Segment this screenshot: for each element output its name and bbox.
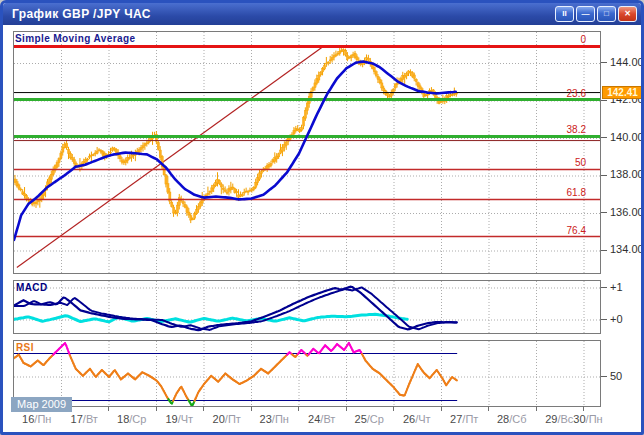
macd-tick-+1-tick bbox=[601, 287, 607, 288]
date-label-24: 24/Вт bbox=[308, 413, 335, 425]
day-number: 28 bbox=[497, 413, 509, 425]
window-title: График GBP /JPY ЧАС bbox=[12, 7, 151, 21]
day-number: 23 bbox=[260, 413, 272, 425]
day-number: 16 bbox=[22, 413, 34, 425]
day-number: 29 bbox=[545, 413, 557, 425]
price-tick-136-tick bbox=[601, 212, 607, 213]
price-tick-138-tick bbox=[601, 175, 607, 176]
price-tick-134: 134.00 bbox=[610, 243, 644, 255]
date-tick-9 bbox=[488, 406, 489, 411]
date-label-23: 23/Пн bbox=[260, 413, 289, 425]
date-label-28: 28/Сб bbox=[497, 413, 527, 425]
macd-panel[interactable] bbox=[13, 280, 601, 334]
date-label-16: 16/Пн bbox=[22, 413, 51, 425]
price-chart-panel[interactable] bbox=[13, 31, 601, 274]
date-tick-10 bbox=[536, 406, 537, 411]
sma-indicator-label: Simple Moving Average bbox=[15, 33, 135, 44]
date-label-18: 18/Ср bbox=[117, 413, 146, 425]
day-of-week: /Пт bbox=[225, 413, 241, 425]
day-of-week: /Вт bbox=[320, 413, 335, 425]
price-tick-140-tick bbox=[601, 137, 607, 138]
date-label-27: 27/Пт bbox=[450, 413, 478, 425]
day-number: 26 bbox=[403, 413, 415, 425]
price-tick-134-tick bbox=[601, 250, 607, 251]
date-label-29: 29/Вс bbox=[545, 413, 573, 425]
day-number: 30 bbox=[573, 413, 585, 425]
date-tick-5 bbox=[298, 406, 299, 411]
macd-histogram-line bbox=[14, 314, 407, 322]
date-label-20: 20/Пт bbox=[213, 413, 241, 425]
date-label-30: 30/Пн bbox=[573, 413, 602, 425]
date-tick-3 bbox=[203, 406, 204, 411]
fib-label-61.8: 61.8 bbox=[3, 187, 586, 198]
day-number: 17 bbox=[71, 413, 83, 425]
month-label: Мар 2009 bbox=[11, 397, 72, 412]
day-number: 20 bbox=[213, 413, 225, 425]
fib-label-50: 50 bbox=[3, 157, 586, 168]
rsi-indicator-label: RSI bbox=[16, 342, 34, 353]
price-tick-138: 138.00 bbox=[610, 168, 644, 180]
date-tick-8 bbox=[441, 406, 442, 411]
price-tick-142-tick bbox=[601, 100, 607, 101]
day-number: 24 bbox=[308, 413, 320, 425]
date-label-19: 19/Чт bbox=[165, 413, 193, 425]
rsi-tick-50: 50 bbox=[610, 370, 622, 382]
price-tick-144-tick bbox=[601, 62, 607, 63]
macd-tick-+0-tick bbox=[601, 319, 607, 320]
rsi-panel[interactable] bbox=[13, 340, 601, 407]
day-of-week: /Ср bbox=[129, 413, 146, 425]
day-of-week: /Чт bbox=[178, 413, 193, 425]
minimize-button[interactable]: — bbox=[576, 6, 595, 22]
candlestick-chart bbox=[14, 32, 600, 273]
chart-window: График GBP /JPY ЧАС II—□✕ Simple Moving … bbox=[0, 0, 644, 435]
window-controls: II—□✕ bbox=[555, 6, 637, 22]
day-of-week: /Ср bbox=[367, 413, 384, 425]
rsi-tick-50-tick bbox=[601, 376, 607, 377]
date-tick-2 bbox=[156, 406, 157, 411]
day-number: 19 bbox=[165, 413, 177, 425]
chart-content: Simple Moving Average MACD RSI 142.41 Ма… bbox=[3, 25, 641, 432]
day-of-week: /Пт bbox=[462, 413, 478, 425]
day-number: 18 bbox=[117, 413, 129, 425]
date-label-25: 25/Ср bbox=[355, 413, 384, 425]
date-label-17: 17/Вт bbox=[71, 413, 98, 425]
fib-label-76.4: 76.4 bbox=[3, 225, 586, 236]
day-of-week: /Вс bbox=[557, 413, 573, 425]
price-tick-140: 140.00 bbox=[610, 131, 644, 143]
day-of-week: /Сб bbox=[509, 413, 526, 425]
macd-indicator-label: MACD bbox=[16, 282, 48, 293]
day-of-week: /Вт bbox=[83, 413, 98, 425]
macd-tick-+0: +0 bbox=[610, 313, 623, 325]
close-button[interactable]: ✕ bbox=[618, 6, 637, 22]
date-tick-1 bbox=[108, 406, 109, 411]
macd-line bbox=[14, 287, 457, 330]
day-number: 27 bbox=[450, 413, 462, 425]
pause-button[interactable]: II bbox=[555, 6, 574, 22]
macd-chart bbox=[14, 281, 600, 333]
date-tick-11 bbox=[583, 406, 584, 411]
date-tick-4 bbox=[251, 406, 252, 411]
fib-label-38.2: 38.2 bbox=[3, 124, 586, 135]
day-of-week: /Пн bbox=[34, 413, 51, 425]
day-number: 25 bbox=[355, 413, 367, 425]
date-tick-6 bbox=[346, 406, 347, 411]
price-tick-144: 144.00 bbox=[610, 56, 644, 68]
rsi-chart bbox=[14, 341, 600, 406]
window-titlebar[interactable]: График GBP /JPY ЧАС II—□✕ bbox=[3, 3, 641, 25]
date-tick-7 bbox=[393, 406, 394, 411]
day-of-week: /Чт bbox=[415, 413, 430, 425]
current-price-badge: 142.41 bbox=[602, 86, 643, 99]
macd-tick-+1: +1 bbox=[610, 281, 623, 293]
maximize-button[interactable]: □ bbox=[597, 6, 616, 22]
day-of-week: /Пн bbox=[272, 413, 289, 425]
fib-label-23.6: 23.6 bbox=[3, 88, 586, 99]
day-of-week: /Пн bbox=[586, 413, 603, 425]
date-label-26: 26/Чт bbox=[403, 413, 431, 425]
price-tick-136: 136.00 bbox=[610, 206, 644, 218]
